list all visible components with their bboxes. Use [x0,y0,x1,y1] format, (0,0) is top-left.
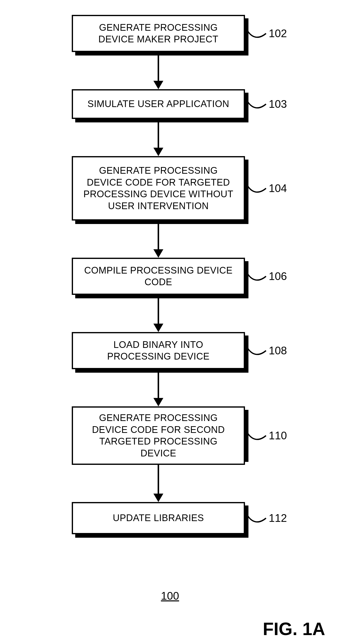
arrow-head-icon [154,148,163,156]
flow-arrow [157,220,160,258]
arrow-shaft [158,220,159,251]
step-number: 110 [269,430,287,442]
step-number-callout: 102 [245,26,287,41]
arrow-shaft [158,119,159,149]
step-number-callout: 112 [245,511,287,526]
step-number: 102 [269,27,287,40]
arrow-head-icon [154,494,163,502]
arrow-head-icon [154,249,163,258]
flow-step: GENERATE PROCESSING DEVICE MAKER PROJECT… [72,15,245,52]
flow-step: UPDATE LIBRARIES112 [72,502,245,534]
arrow-head-icon [154,324,163,332]
arrow-head-icon [154,398,163,406]
flow-step-box: SIMULATE USER APPLICATION [72,89,245,119]
arrow-shaft [158,52,159,82]
flowchart: GENERATE PROCESSING DEVICE MAKER PROJECT… [35,15,282,534]
step-number-callout: 106 [245,269,287,284]
arrow-shaft [158,369,159,400]
figure-label: FIG. 1A [263,619,325,639]
page: GENERATE PROCESSING DEVICE MAKER PROJECT… [0,0,340,644]
flow-arrow [157,369,160,406]
flow-step: GENERATE PROCESSING DEVICE CODE FOR SECO… [72,406,245,465]
flow-step-box: GENERATE PROCESSING DEVICE CODE FOR TARG… [72,156,245,220]
callout-tick-icon [245,269,267,284]
flow-arrow [157,52,160,89]
step-number: 104 [269,182,287,194]
flow-step: GENERATE PROCESSING DEVICE CODE FOR TARG… [72,156,245,220]
callout-tick-icon [245,428,267,443]
flow-arrow [157,295,160,332]
flow-arrow [157,465,160,502]
diagram-reference-number: 100 [0,590,340,602]
step-number-callout: 104 [245,181,287,196]
callout-tick-icon [245,97,267,112]
callout-tick-icon [245,181,267,196]
step-number: 108 [269,344,287,357]
step-number-callout: 110 [245,428,287,443]
arrow-head-icon [154,81,163,89]
flow-step: SIMULATE USER APPLICATION103 [72,89,245,119]
flow-step-box: COMPILE PROCESSING DEVICE CODE [72,258,245,295]
step-number: 103 [269,98,287,110]
arrow-shaft [158,465,159,495]
flow-step: COMPILE PROCESSING DEVICE CODE106 [72,258,245,295]
flow-step-box: LOAD BINARY INTO PROCESSING DEVICE [72,332,245,369]
flow-step: LOAD BINARY INTO PROCESSING DEVICE108 [72,332,245,369]
callout-tick-icon [245,26,267,41]
step-number: 112 [269,512,287,524]
flow-step-box: UPDATE LIBRARIES [72,502,245,534]
callout-tick-icon [245,343,267,358]
step-number-callout: 103 [245,97,287,112]
step-number-callout: 108 [245,343,287,358]
callout-tick-icon [245,511,267,526]
flow-step-box: GENERATE PROCESSING DEVICE MAKER PROJECT [72,15,245,52]
flow-arrow [157,119,160,156]
flow-step-box: GENERATE PROCESSING DEVICE CODE FOR SECO… [72,406,245,465]
arrow-shaft [158,295,159,325]
step-number: 106 [269,270,287,282]
